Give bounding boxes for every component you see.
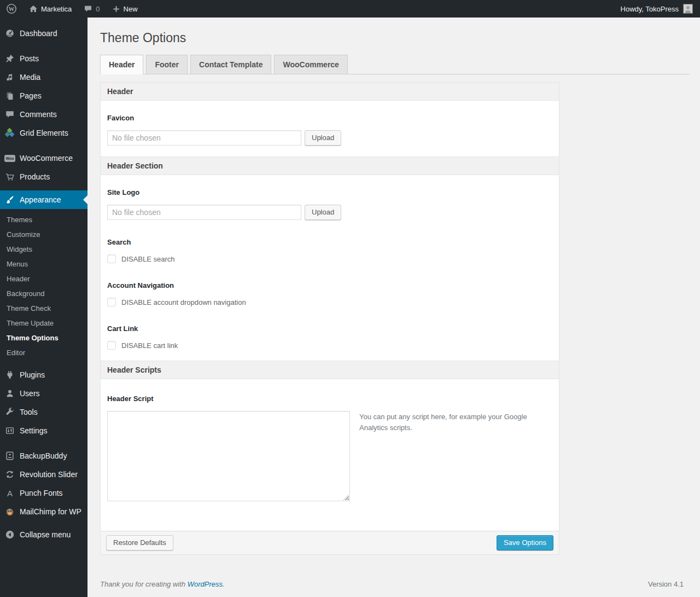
- sidebar-item-grid-elements[interactable]: Grid Elements: [0, 124, 88, 142]
- sidebar-item-label: Dashboard: [20, 29, 57, 38]
- wordpress-logo-icon: W: [6, 3, 17, 14]
- disable-search-checkbox[interactable]: [107, 254, 116, 263]
- cart-link-label: Cart Link: [107, 324, 552, 333]
- sidebar-subitem-customize[interactable]: Customize: [0, 227, 88, 242]
- tab-footer[interactable]: Footer: [146, 55, 188, 74]
- sidebar-item-woocommerce[interactable]: WooWooCommerce: [0, 149, 88, 167]
- menu-separator: [0, 142, 88, 149]
- section-header-header-scripts: Header Scripts: [101, 361, 559, 379]
- sidebar-subitem-theme-options[interactable]: Theme Options: [0, 331, 88, 345]
- save-options-button[interactable]: Save Options: [497, 535, 553, 550]
- sidebar-subitem-themes[interactable]: Themes: [0, 212, 88, 227]
- tab-contact-template[interactable]: Contact Template: [190, 55, 271, 74]
- site-logo-label: Site Logo: [107, 188, 552, 196]
- tools-icon: [4, 407, 15, 418]
- sidebar-item-label: Revolution Slider: [20, 470, 78, 479]
- sidebar-item-users[interactable]: Users: [0, 384, 88, 403]
- sidebar-item-label: Tools: [20, 408, 38, 416]
- sidebar-item-punch-fonts[interactable]: APunch Fonts: [0, 484, 88, 502]
- sidebar-item-products[interactable]: Products: [0, 167, 88, 186]
- site-logo-file-input[interactable]: [107, 205, 301, 220]
- sidebar-item-plugins[interactable]: Plugins: [0, 366, 88, 384]
- sidebar-item-comments[interactable]: Comments: [0, 105, 88, 124]
- appearance-icon: [4, 194, 15, 205]
- collapse-icon: [4, 529, 15, 540]
- settings-icon: [4, 425, 15, 436]
- theme-options-panel: Header Favicon Upload Header Section Sit…: [100, 82, 559, 555]
- sidebar-item-tools[interactable]: Tools: [0, 403, 88, 421]
- comments-menu[interactable]: 0: [78, 0, 106, 18]
- sidebar-item-dashboard[interactable]: Dashboard: [0, 24, 88, 43]
- revolution-slider-icon: [4, 469, 15, 480]
- header-script-label: Header Script: [107, 395, 552, 403]
- posts-icon: [4, 53, 15, 64]
- comments-icon: [4, 109, 15, 120]
- favicon-file-input[interactable]: [107, 130, 301, 146]
- pages-icon: [4, 90, 15, 101]
- sidebar-item-label: Collapse menu: [20, 530, 71, 539]
- sidebar-item-posts[interactable]: Posts: [0, 49, 88, 68]
- wordpress-logo-menu[interactable]: W: [0, 0, 23, 18]
- sidebar-item-backupbuddy[interactable]: BackupBuddy: [0, 447, 88, 465]
- sidebar-subitem-theme-update[interactable]: Theme Update: [0, 316, 88, 331]
- media-icon: [4, 72, 15, 83]
- backupbuddy-icon: [4, 450, 15, 461]
- appearance-submenu: ThemesCustomizeWidgetsMenusHeaderBackgro…: [0, 209, 88, 366]
- sidebar-item-label: MailChimp for WP: [20, 507, 81, 516]
- comments-count: 0: [96, 5, 100, 13]
- sidebar-item-label: WooCommerce: [20, 154, 73, 163]
- dashboard-icon: [4, 28, 15, 39]
- disable-cart-link-row: DISABLE cart link: [107, 341, 552, 350]
- sidebar-subitem-menus[interactable]: Menus: [0, 257, 88, 271]
- main-content: Theme Options HeaderFooterContact Templa…: [88, 18, 700, 597]
- sidebar-item-label: Plugins: [20, 370, 45, 379]
- sidebar-subitem-theme-check[interactable]: Theme Check: [0, 301, 88, 316]
- sidebar-item-label: Pages: [20, 91, 42, 100]
- section-body-header-scripts: Header Script You can put any script her…: [101, 379, 559, 531]
- grid-elements-icon: [4, 127, 15, 138]
- footer-thanks-text: Thank you for creating with WordPress.: [100, 580, 225, 588]
- site-name-menu[interactable]: Marketica: [23, 0, 78, 18]
- sidebar-item-label: Posts: [20, 54, 39, 63]
- section-body-header-section: Site Logo Upload Search DISABLE search A…: [101, 175, 559, 361]
- site-logo-upload-button[interactable]: Upload: [305, 205, 341, 220]
- sidebar-item-appearance[interactable]: Appearance: [0, 190, 88, 209]
- sidebar-item-collapse-menu[interactable]: Collapse menu: [0, 525, 88, 544]
- menu-separator: [0, 43, 88, 49]
- disable-cart-link-checkbox[interactable]: [107, 341, 116, 350]
- sidebar-subitem-background[interactable]: Background: [0, 286, 88, 301]
- header-script-textarea[interactable]: [107, 411, 350, 501]
- restore-defaults-button[interactable]: Restore Defaults: [106, 535, 173, 550]
- sidebar-item-label: Products: [20, 172, 50, 181]
- sidebar-item-revolution-slider[interactable]: Revolution Slider: [0, 465, 88, 484]
- section-header-header-section: Header Section: [101, 157, 559, 175]
- mailchimp-icon: [4, 506, 15, 517]
- sidebar-item-pages[interactable]: Pages: [0, 86, 88, 105]
- sidebar-subitem-widgets[interactable]: Widgets: [0, 242, 88, 257]
- site-name-label: Marketica: [41, 5, 72, 13]
- new-content-menu[interactable]: New: [106, 0, 144, 18]
- page-footer: Thank you for creating with WordPress. V…: [100, 580, 689, 597]
- sidebar-item-label: Grid Elements: [20, 129, 68, 137]
- disable-cart-link-checkbox-label: DISABLE cart link: [121, 341, 178, 350]
- panel-footer: Restore Defaults Save Options: [101, 531, 559, 554]
- disable-account-nav-checkbox[interactable]: [107, 298, 116, 306]
- sidebar-item-settings[interactable]: Settings: [0, 421, 88, 440]
- howdy-text[interactable]: Howdy, TokoPress: [621, 5, 679, 13]
- wordpress-link[interactable]: WordPress: [188, 580, 223, 588]
- sidebar-subitem-editor[interactable]: Editor: [0, 345, 88, 360]
- sidebar-subitem-header[interactable]: Header: [0, 271, 88, 286]
- version-text: Version 4.1: [648, 580, 684, 588]
- favicon-upload-button[interactable]: Upload: [305, 130, 341, 146]
- sidebar-menu: DashboardPostsMediaPagesCommentsGrid Ele…: [0, 18, 88, 597]
- tab-woocommerce[interactable]: WooCommerce: [274, 55, 347, 74]
- sidebar-item-media[interactable]: Media: [0, 68, 88, 86]
- sidebar-item-mailchimp-for-wp[interactable]: MailChimp for WP: [0, 502, 88, 521]
- menu-separator: [0, 440, 88, 447]
- disable-search-row: DISABLE search: [107, 254, 552, 263]
- sidebar-item-label: Appearance: [20, 195, 61, 204]
- search-label: Search: [107, 238, 552, 246]
- tab-header[interactable]: Header: [100, 55, 143, 74]
- sidebar-item-label: Users: [20, 389, 40, 398]
- menu-separator: [0, 186, 88, 190]
